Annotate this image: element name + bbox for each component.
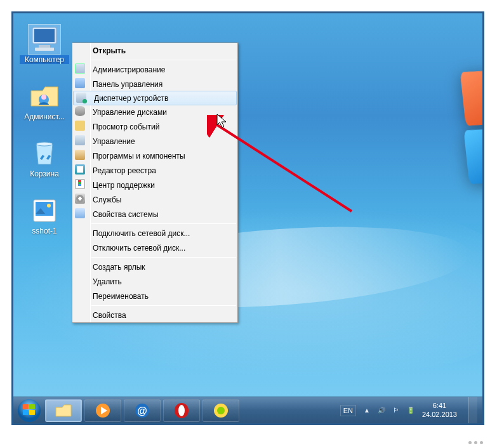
tray-chevron-up-icon[interactable]: ▲ xyxy=(364,407,370,414)
start-button[interactable] xyxy=(16,397,43,424)
ctx-item-rename[interactable]: Переименовать xyxy=(72,289,237,303)
taskbar-btn-wmplayer[interactable] xyxy=(84,399,121,422)
language-indicator[interactable]: EN xyxy=(340,405,356,416)
menu-item-label: Диспетчер устройств xyxy=(94,94,168,103)
ctx-item-event-viewer[interactable]: Просмотр событий xyxy=(72,119,237,134)
ctx-item-programs[interactable]: Программы и компоненты xyxy=(72,148,237,163)
svg-rect-1 xyxy=(34,29,55,42)
desktop-icon-label: sshot-1 xyxy=(20,227,69,235)
device-manager-icon xyxy=(76,93,88,104)
svg-point-21 xyxy=(217,407,225,414)
menu-item-label: Управление дисками xyxy=(93,108,167,117)
ctx-item-device-manager[interactable]: Диспетчер устройств xyxy=(73,91,237,105)
desktop-icons: Компьютер Админист... Корзина sshot-1 xyxy=(20,25,69,235)
battery-icon[interactable]: 🔋 xyxy=(407,407,414,414)
svg-rect-13 xyxy=(23,410,29,415)
menu-item-label: Службы xyxy=(93,195,121,204)
menu-item-label: Просмотр событий xyxy=(93,122,159,131)
ctx-item-registry[interactable]: Редактор реестра xyxy=(72,163,237,178)
menu-item-label: Центр поддержки xyxy=(93,181,155,190)
ctx-item-open[interactable]: Открыть xyxy=(72,43,237,58)
folder-user-icon xyxy=(29,82,60,111)
ellipsis-decoration xyxy=(468,441,483,444)
ctx-item-system-props[interactable]: Свойства системы xyxy=(72,207,237,221)
ctx-item-action-center[interactable]: Центр поддержки xyxy=(72,178,237,192)
svg-rect-14 xyxy=(29,410,35,415)
control-panel-icon xyxy=(75,78,86,89)
desktop-icon-sshot[interactable]: sshot-1 xyxy=(20,196,69,235)
separator xyxy=(91,305,236,306)
ctx-item-properties[interactable]: Свойства xyxy=(72,308,237,322)
ctx-item-administration[interactable]: Администрирование xyxy=(72,62,237,77)
separator xyxy=(91,223,236,224)
desktop-icon-computer[interactable]: Компьютер xyxy=(20,25,69,64)
programs-icon xyxy=(75,150,86,161)
svg-point-19 xyxy=(178,405,185,416)
taskbar: @ EN ▲ 🔊 🏳 🔋 6:41 24.02.2013 xyxy=(13,397,482,423)
taskbar-btn-opera[interactable] xyxy=(163,399,200,422)
taskbar-btn-mail[interactable]: @ xyxy=(124,399,161,422)
ctx-item-disk-management[interactable]: Управление дисками xyxy=(72,105,237,119)
menu-item-label: Свойства xyxy=(93,311,126,320)
ctx-item-create-shortcut[interactable]: Создать ярлык xyxy=(72,260,237,274)
menu-item-label: Подключить сетевой диск... xyxy=(93,229,190,238)
clock-date: 24.02.2013 xyxy=(422,411,457,419)
show-desktop-button[interactable] xyxy=(468,397,477,424)
system-tray: EN ▲ 🔊 🏳 🔋 6:41 24.02.2013 xyxy=(340,397,482,423)
disk-icon xyxy=(75,106,86,117)
separator xyxy=(91,60,236,60)
computer-icon xyxy=(29,25,60,54)
menu-item-label: Администрирование xyxy=(93,65,165,74)
admin-tools-icon xyxy=(75,63,86,75)
menu-item-label: Программы и компоненты xyxy=(93,152,185,161)
recycle-bin-icon xyxy=(29,139,60,168)
svg-point-9 xyxy=(47,204,51,208)
ctx-item-control-panel[interactable]: Панель управления xyxy=(72,77,237,91)
desktop-icon-label: Корзина xyxy=(20,169,69,178)
menu-item-label: Открыть xyxy=(93,46,126,55)
network-icon[interactable]: 🏳 xyxy=(393,407,399,414)
globe-icon xyxy=(213,402,229,419)
explorer-icon xyxy=(55,403,72,418)
svg-text:@: @ xyxy=(137,405,147,416)
menu-item-label: Свойства системы xyxy=(93,210,159,219)
ctx-item-delete[interactable]: Удалить xyxy=(72,274,237,289)
event-viewer-icon xyxy=(75,121,86,132)
ctx-item-services[interactable]: Службы xyxy=(72,192,237,207)
registry-icon xyxy=(75,164,86,176)
svg-rect-11 xyxy=(23,404,29,409)
menu-item-label: Панель управления xyxy=(93,80,162,89)
ctx-item-unmap-drive[interactable]: Отключить сетевой диск... xyxy=(72,240,237,255)
gear-icon xyxy=(75,194,86,205)
menu-item-label: Редактор реестра xyxy=(93,166,156,175)
menu-item-label: Управление xyxy=(93,137,135,146)
system-icon xyxy=(75,208,86,220)
mail-at-icon: @ xyxy=(133,402,151,419)
menu-item-label: Создать ярлык xyxy=(93,263,145,272)
taskbar-btn-explorer[interactable] xyxy=(45,399,82,422)
desktop-icon-label: Компьютер xyxy=(20,55,69,64)
manage-icon xyxy=(75,135,86,147)
menu-item-label: Отключить сетевой диск... xyxy=(93,244,185,253)
image-file-icon xyxy=(29,196,60,225)
svg-point-5 xyxy=(41,95,46,100)
ctx-item-manage[interactable]: Управление xyxy=(72,134,237,148)
menu-item-label: Переименовать xyxy=(93,292,149,301)
separator xyxy=(91,257,236,258)
desktop-icon-label: Админист... xyxy=(20,112,69,121)
svg-rect-12 xyxy=(29,404,35,409)
volume-icon[interactable]: 🔊 xyxy=(378,407,385,414)
clock[interactable]: 6:41 24.02.2013 xyxy=(422,402,457,418)
svg-rect-2 xyxy=(39,45,50,48)
taskbar-btn-browser[interactable] xyxy=(202,399,239,422)
context-menu: Открыть Администрирование Панель управле… xyxy=(72,43,238,323)
svg-rect-3 xyxy=(35,48,54,51)
ctx-item-map-drive[interactable]: Подключить сетевой диск... xyxy=(72,226,237,240)
opera-icon xyxy=(173,402,190,419)
desktop-icon-admin[interactable]: Админист... xyxy=(20,82,69,121)
flag-icon xyxy=(75,179,86,190)
clock-time: 6:41 xyxy=(422,402,457,410)
svg-point-6 xyxy=(36,142,53,146)
desktop-icon-recycle[interactable]: Корзина xyxy=(20,139,69,178)
desktop-wallpaper: Компьютер Админист... Корзина sshot-1 От… xyxy=(11,11,484,425)
